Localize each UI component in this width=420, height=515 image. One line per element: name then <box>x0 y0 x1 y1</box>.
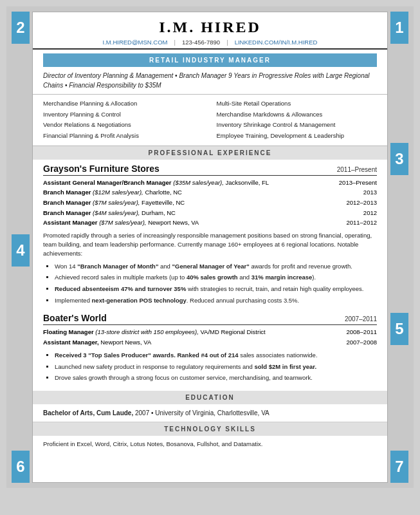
grayson-description: Promoted rapidly through a series of inc… <box>43 231 377 259</box>
skill-1: Merchandise Planning & Allocation <box>43 98 204 109</box>
position-1: Assistant General Manager/Branch Manager… <box>43 178 377 188</box>
boaters-header: Boater's World 2007–2011 <box>43 313 377 325</box>
boaters-pos-2: Assistant Manager, Newport News, VA 2007… <box>43 337 377 348</box>
position-4: Branch Manager ($4M sales/year), Durham,… <box>43 208 377 218</box>
skill-2: Inventory Planning & Control <box>43 109 204 120</box>
pos1-dates: 2013–Present <box>339 178 377 188</box>
technology-text: Proficient in Excel, Word, Citrix, Lotus… <box>43 440 377 449</box>
left-num-4: 4 <box>12 234 30 267</box>
bpos1-title: Floating Manager (13-store district with… <box>43 327 266 337</box>
pos4-dates: 2012 <box>363 208 377 218</box>
title-bar: RETAIL INDUSTRY MANAGER <box>43 53 377 67</box>
resume-header: I.M. HIRED I.M.HIRED@MSN.COM | 123-456-7… <box>33 12 387 50</box>
resume-content: I.M. HIRED I.M.HIRED@MSN.COM | 123-456-7… <box>32 12 388 483</box>
pos3-title: Branch Manager ($7M sales/year), Fayette… <box>43 198 185 208</box>
right-num-1: 1 <box>390 12 408 44</box>
name: I.M. HIRED <box>43 19 377 36</box>
contact-line: I.M.HIRED@MSN.COM | 123-456-7890 | LINKE… <box>43 39 377 46</box>
skills-left: Merchandise Planning & Allocation Invent… <box>43 98 204 142</box>
pos3-dates: 2012–2013 <box>346 198 377 208</box>
boaters-positions: Floating Manager (13-store district with… <box>43 327 377 347</box>
skill-3: Vendor Relations & Negotiations <box>43 120 204 131</box>
skills-right: Multi-Site Retail Operations Merchandise… <box>217 98 378 142</box>
pos1-title: Assistant General Manager/Branch Manager… <box>43 178 269 188</box>
boaters-bullet-1: Received 3 "Top Sales Producer" awards. … <box>55 351 377 360</box>
pos5-title: Assistant Manager ($7M sales/year), Newp… <box>43 218 199 228</box>
grayson-bullets: Won 14 "Branch Manager of Month" and "Ge… <box>43 262 377 306</box>
linkedin: LINKEDIN.COM/IN/I.M.HIRED <box>235 39 318 46</box>
technology-header: TECHNOLOGY SKILLS <box>33 422 387 436</box>
skill-7: Inventory Shrinkage Control & Management <box>217 120 378 131</box>
skill-6: Merchandise Markdowns & Allowances <box>217 109 378 120</box>
boaters-bullet-3: Drove sales growth through a strong focu… <box>55 373 377 383</box>
grayson-dates: 2011–Present <box>337 166 377 173</box>
skill-5: Multi-Site Retail Operations <box>217 98 378 109</box>
phone: 123-456-7890 <box>182 39 220 46</box>
summary-section: Director of Inventory Planning & Managem… <box>33 67 387 95</box>
position-3: Branch Manager ($7M sales/year), Fayette… <box>43 198 377 208</box>
position-2: Branch Manager ($12M sales/year), Charlo… <box>43 187 377 198</box>
skills-grid: Merchandise Planning & Allocation Invent… <box>43 98 377 142</box>
pos4-title: Branch Manager ($4M sales/year), Durham,… <box>43 208 176 218</box>
pos2-dates: 2013 <box>363 187 377 198</box>
grayson-positions: Assistant General Manager/Branch Manager… <box>43 178 377 228</box>
email: I.M.HIRED@MSN.COM <box>103 39 168 46</box>
boaters-pos-1: Floating Manager (13-store district with… <box>43 327 377 337</box>
grayson-name: Grayson's Furniture Stores <box>43 164 160 174</box>
education-text: Bachelor of Arts, Cum Laude, 2007 • Univ… <box>43 408 377 418</box>
sep1: | <box>174 39 176 46</box>
bullet-3: Reduced absenteeism 47% and turnover 35%… <box>55 285 377 294</box>
pos2-title: Branch Manager ($12M sales/year), Charlo… <box>43 187 182 198</box>
skills-section: Merchandise Planning & Allocation Invent… <box>33 95 387 146</box>
boaters-bullets: Received 3 "Top Sales Producer" awards. … <box>43 351 377 383</box>
education-section: Bachelor of Arts, Cum Laude, 2007 • Univ… <box>33 404 387 422</box>
boaters-dates: 2007–2011 <box>345 315 377 323</box>
sep2: | <box>226 39 228 46</box>
bullet-2: Achieved record sales in multiple market… <box>55 273 377 283</box>
bullet-1: Won 14 "Branch Manager of Month" and "Ge… <box>55 262 377 272</box>
skill-8: Employee Training, Development & Leaders… <box>217 131 378 142</box>
left-num-2: 2 <box>12 12 30 44</box>
right-num-5: 5 <box>390 313 408 345</box>
boaters-name: Boater's World <box>43 313 107 323</box>
skill-4: Financial Planning & Profit Analysis <box>43 131 204 142</box>
bpos1-dates: 2008–2011 <box>346 327 377 337</box>
grayson-header: Grayson's Furniture Stores 2011–Present <box>43 164 377 176</box>
boaters-bullet-2: Launched new safety product in response … <box>55 362 377 372</box>
grayson-section: Grayson's Furniture Stores 2011–Present … <box>33 160 387 312</box>
education-header: EDUCATION <box>33 391 387 404</box>
bpos2-title: Assistant Manager, Newport News, VA <box>43 337 151 348</box>
left-num-6: 6 <box>12 451 30 483</box>
experience-header: PROFESSIONAL EXPERIENCE <box>33 146 387 160</box>
bpos2-dates: 2007–2008 <box>346 337 377 348</box>
technology-section: Proficient in Excel, Word, Citrix, Lotus… <box>33 436 387 455</box>
pos5-dates: 2011–2012 <box>346 218 377 228</box>
bullet-4: Implemented next-generation POS technolo… <box>55 296 377 306</box>
right-num-7: 7 <box>390 451 408 483</box>
summary-text: Director of Inventory Planning & Managem… <box>43 71 377 90</box>
boaters-section: Boater's World 2007–2011 Floating Manage… <box>33 312 387 391</box>
right-num-3: 3 <box>390 143 408 175</box>
position-5: Assistant Manager ($7M sales/year), Newp… <box>43 218 377 228</box>
left-numbers: 2 4 6 <box>12 12 30 483</box>
right-numbers: 1 3 5 7 <box>390 12 408 483</box>
